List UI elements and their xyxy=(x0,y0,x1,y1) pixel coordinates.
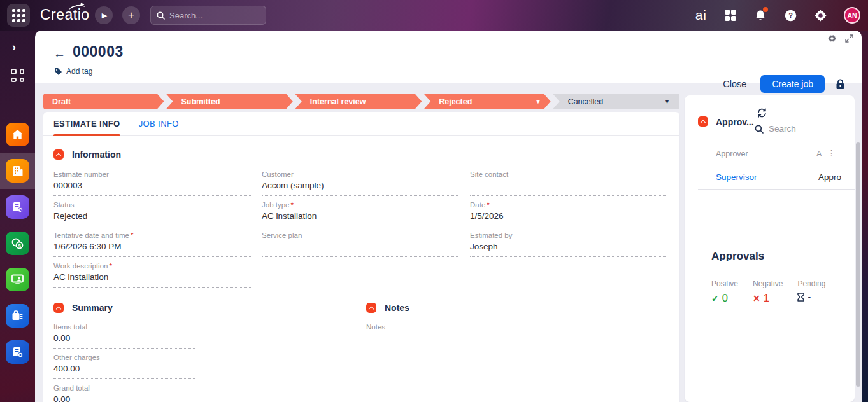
field-status[interactable]: Status Rejected xyxy=(53,201,251,226)
field-notes[interactable]: Notes xyxy=(366,323,665,345)
sidebar-item-orders[interactable] xyxy=(0,334,35,370)
information-section-header: Information xyxy=(53,149,669,160)
sidebar-item-estimates-active[interactable] xyxy=(0,153,35,189)
sidebar-expand-button[interactable]: › xyxy=(12,41,16,54)
lock-icon[interactable] xyxy=(836,79,845,90)
field-customer[interactable]: Customer Accom (sample) xyxy=(262,170,459,196)
field-items-total[interactable]: Items total 0.00 xyxy=(53,323,197,349)
summary-section: Summary Items total 0.00 Other charges 4… xyxy=(53,303,366,402)
stage-draft[interactable]: Draft xyxy=(43,94,164,109)
summary-section-header: Summary xyxy=(53,303,366,313)
caret-down-icon[interactable]: ▾ xyxy=(537,98,540,105)
stage-submitted[interactable]: Submitted xyxy=(166,94,292,109)
sidebar-item-service[interactable] xyxy=(0,189,35,225)
approvals-summary-title: Approvals xyxy=(711,250,764,263)
sidebar-item-remote[interactable] xyxy=(0,261,35,298)
user-avatar[interactable]: AN xyxy=(844,7,860,24)
stage-internal-review[interactable]: Internal review xyxy=(295,94,422,109)
column-header-approver[interactable]: Approver xyxy=(716,149,748,158)
tab-estimate-info[interactable]: ESTIMATE INFO xyxy=(53,112,120,136)
notes-section-header: Notes xyxy=(366,303,669,313)
status-pipeline: Draft Submitted Internal review Rejected… xyxy=(43,94,679,109)
divider xyxy=(698,165,855,165)
approval-status-value: Appro xyxy=(818,172,841,182)
stat-negative: Negative ✕ 1 xyxy=(753,279,783,304)
global-search[interactable] xyxy=(150,6,266,25)
collapse-section-icon[interactable] xyxy=(366,303,376,313)
refresh-button[interactable] xyxy=(757,108,767,120)
document-gear-icon xyxy=(6,340,29,364)
app-launcher-button[interactable] xyxy=(7,4,30,27)
sidebar-item-home[interactable] xyxy=(0,116,35,153)
document-wrench-icon xyxy=(6,195,29,219)
tag-icon xyxy=(54,67,62,76)
workspaces-icon xyxy=(725,10,736,21)
section-title: Information xyxy=(72,149,121,160)
close-button[interactable]: Close xyxy=(723,79,746,89)
top-bar: Creatio ▶ + ai ? xyxy=(0,0,868,31)
caret-down-icon[interactable]: ▾ xyxy=(665,98,669,105)
summary-notes-row: Summary Items total 0.00 Other charges 4… xyxy=(53,303,669,402)
tab-job-info[interactable]: JOB INFO xyxy=(139,112,179,136)
create-job-button[interactable]: Create job xyxy=(760,75,825,93)
approver-link-supervisor[interactable]: Supervisor xyxy=(716,172,757,182)
plus-icon: + xyxy=(128,9,134,22)
collapse-panel-icon[interactable] xyxy=(698,116,708,127)
panel-search[interactable]: Search xyxy=(755,124,796,134)
field-job-type[interactable]: Job type* AC installation xyxy=(262,201,459,226)
summary-fields: Items total 0.00 Other charges 400.00 Gr… xyxy=(53,323,197,402)
play-icon: ▶ xyxy=(102,11,107,20)
app-root: Creatio ▶ + ai ? xyxy=(0,0,868,402)
expand-icon xyxy=(845,34,853,43)
back-button[interactable]: ← xyxy=(53,47,66,61)
kebab-menu-icon[interactable]: ⋮ xyxy=(827,148,836,158)
run-process-button[interactable]: ▶ xyxy=(95,6,113,24)
header-actions: Close Create job xyxy=(723,75,845,93)
screen-user-icon xyxy=(6,268,29,291)
field-date[interactable]: Date* 1/5/2026 xyxy=(470,201,667,226)
search-input[interactable] xyxy=(169,11,252,20)
stage-rejected[interactable]: Rejected▾ xyxy=(423,94,550,109)
field-estimate-number[interactable]: Estimate number 000003 xyxy=(53,170,251,196)
quick-add-button[interactable]: + xyxy=(122,6,140,24)
field-grand-total[interactable]: Grand total 0.00 xyxy=(53,384,197,402)
creatio-logo[interactable]: Creatio xyxy=(40,6,90,24)
column-header-status[interactable]: A xyxy=(816,149,822,158)
add-tag-button[interactable]: Add tag xyxy=(54,67,92,76)
help-icon: ? xyxy=(785,10,797,22)
expand-button[interactable] xyxy=(845,34,853,43)
sidebar-item-finance[interactable]: $ xyxy=(0,225,35,261)
notes-section: Notes Notes xyxy=(366,303,669,402)
field-site-contact[interactable]: Site contact xyxy=(470,170,667,196)
notifications-button[interactable] xyxy=(754,9,767,22)
stage-cancelled[interactable]: Cancelled▾ xyxy=(553,94,679,109)
workspace-switcher-icon[interactable] xyxy=(11,69,24,82)
search-icon xyxy=(157,11,165,20)
sidebar-item-cases[interactable] xyxy=(0,298,35,334)
vertical-scrollbar[interactable] xyxy=(856,142,860,387)
workspaces-button[interactable] xyxy=(724,9,737,22)
refresh-icon xyxy=(757,108,767,118)
divider xyxy=(698,189,855,190)
back-arrow-icon: ← xyxy=(53,47,66,60)
check-icon: ✓ xyxy=(711,293,719,303)
active-tab-underline xyxy=(53,134,120,136)
field-work-description[interactable]: Work description* AC installation xyxy=(53,262,251,288)
collapse-section-icon[interactable] xyxy=(53,303,64,313)
fields-column-3: Site contact Date* 1/5/2026 Estimated by… xyxy=(470,170,667,293)
field-tentative-date[interactable]: Tentative date and time* 1/6/2026 6:30 P… xyxy=(53,232,251,257)
tab-bar: ESTIMATE INFO JOB INFO xyxy=(43,112,679,136)
approvals-stats: Positive ✓ 0 Negative ✕ 1 Pending - xyxy=(711,279,825,304)
hourglass-icon xyxy=(797,293,804,302)
field-estimated-by[interactable]: Estimated by Joseph xyxy=(470,232,667,257)
creatio-ai-button[interactable]: ai xyxy=(695,8,707,23)
card-settings-button[interactable] xyxy=(828,34,836,43)
small-gear-icon xyxy=(828,34,836,43)
collapse-section-icon[interactable] xyxy=(53,149,64,160)
field-service-plan[interactable]: Service plan xyxy=(262,232,459,257)
help-button[interactable]: ? xyxy=(784,9,797,22)
field-other-charges[interactable]: Other charges 400.00 xyxy=(53,354,197,379)
settings-button[interactable] xyxy=(814,9,827,22)
gear-icon xyxy=(815,10,827,22)
left-sidebar: › $ xyxy=(0,31,35,402)
